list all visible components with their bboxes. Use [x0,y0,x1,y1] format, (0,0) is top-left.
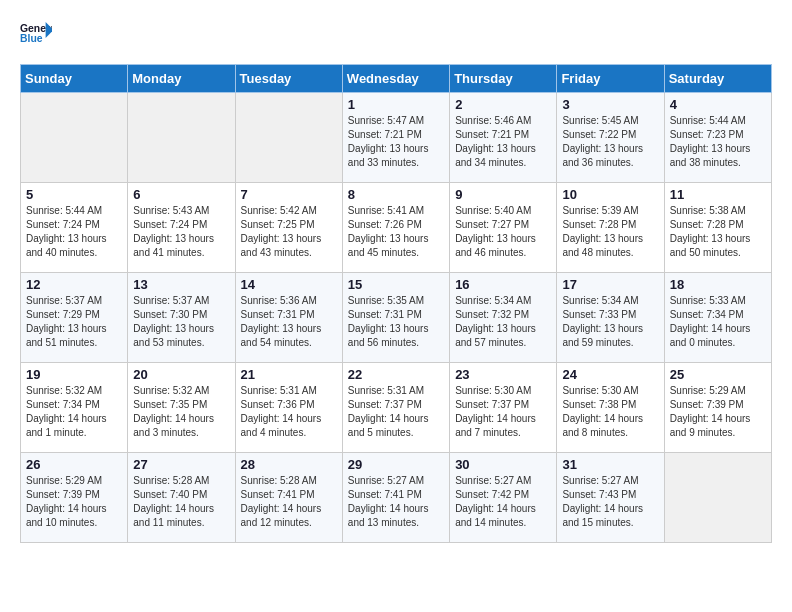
cell-info: Sunrise: 5:31 AM Sunset: 7:37 PM Dayligh… [348,384,444,440]
cell-info: Sunrise: 5:31 AM Sunset: 7:36 PM Dayligh… [241,384,337,440]
calendar-cell: 13Sunrise: 5:37 AM Sunset: 7:30 PM Dayli… [128,273,235,363]
day-header-sunday: Sunday [21,65,128,93]
day-number: 2 [455,97,551,112]
day-header-saturday: Saturday [664,65,771,93]
cell-info: Sunrise: 5:41 AM Sunset: 7:26 PM Dayligh… [348,204,444,260]
day-number: 27 [133,457,229,472]
cell-info: Sunrise: 5:28 AM Sunset: 7:40 PM Dayligh… [133,474,229,530]
cell-info: Sunrise: 5:45 AM Sunset: 7:22 PM Dayligh… [562,114,658,170]
calendar-week-row: 19Sunrise: 5:32 AM Sunset: 7:34 PM Dayli… [21,363,772,453]
day-header-tuesday: Tuesday [235,65,342,93]
cell-info: Sunrise: 5:38 AM Sunset: 7:28 PM Dayligh… [670,204,766,260]
cell-info: Sunrise: 5:32 AM Sunset: 7:34 PM Dayligh… [26,384,122,440]
cell-info: Sunrise: 5:36 AM Sunset: 7:31 PM Dayligh… [241,294,337,350]
calendar-cell: 1Sunrise: 5:47 AM Sunset: 7:21 PM Daylig… [342,93,449,183]
calendar-cell: 4Sunrise: 5:44 AM Sunset: 7:23 PM Daylig… [664,93,771,183]
calendar-cell: 28Sunrise: 5:28 AM Sunset: 7:41 PM Dayli… [235,453,342,543]
calendar-cell: 14Sunrise: 5:36 AM Sunset: 7:31 PM Dayli… [235,273,342,363]
cell-info: Sunrise: 5:34 AM Sunset: 7:33 PM Dayligh… [562,294,658,350]
cell-info: Sunrise: 5:43 AM Sunset: 7:24 PM Dayligh… [133,204,229,260]
cell-info: Sunrise: 5:37 AM Sunset: 7:30 PM Dayligh… [133,294,229,350]
calendar-cell: 25Sunrise: 5:29 AM Sunset: 7:39 PM Dayli… [664,363,771,453]
calendar-cell [128,93,235,183]
cell-info: Sunrise: 5:30 AM Sunset: 7:38 PM Dayligh… [562,384,658,440]
calendar-header-row: SundayMondayTuesdayWednesdayThursdayFrid… [21,65,772,93]
day-number: 3 [562,97,658,112]
cell-info: Sunrise: 5:46 AM Sunset: 7:21 PM Dayligh… [455,114,551,170]
calendar-cell [21,93,128,183]
calendar-table: SundayMondayTuesdayWednesdayThursdayFrid… [20,64,772,543]
calendar-body: 1Sunrise: 5:47 AM Sunset: 7:21 PM Daylig… [21,93,772,543]
cell-info: Sunrise: 5:37 AM Sunset: 7:29 PM Dayligh… [26,294,122,350]
cell-info: Sunrise: 5:47 AM Sunset: 7:21 PM Dayligh… [348,114,444,170]
calendar-cell: 29Sunrise: 5:27 AM Sunset: 7:41 PM Dayli… [342,453,449,543]
svg-text:Blue: Blue [20,33,43,44]
calendar-cell: 7Sunrise: 5:42 AM Sunset: 7:25 PM Daylig… [235,183,342,273]
day-number: 20 [133,367,229,382]
day-number: 15 [348,277,444,292]
calendar-cell: 30Sunrise: 5:27 AM Sunset: 7:42 PM Dayli… [450,453,557,543]
day-number: 19 [26,367,122,382]
day-header-wednesday: Wednesday [342,65,449,93]
day-number: 9 [455,187,551,202]
calendar-cell: 5Sunrise: 5:44 AM Sunset: 7:24 PM Daylig… [21,183,128,273]
cell-info: Sunrise: 5:40 AM Sunset: 7:27 PM Dayligh… [455,204,551,260]
calendar-cell: 18Sunrise: 5:33 AM Sunset: 7:34 PM Dayli… [664,273,771,363]
day-number: 13 [133,277,229,292]
day-number: 17 [562,277,658,292]
day-number: 26 [26,457,122,472]
day-number: 12 [26,277,122,292]
page-header: General Blue [20,20,772,48]
calendar-cell [664,453,771,543]
day-number: 1 [348,97,444,112]
cell-info: Sunrise: 5:32 AM Sunset: 7:35 PM Dayligh… [133,384,229,440]
cell-info: Sunrise: 5:42 AM Sunset: 7:25 PM Dayligh… [241,204,337,260]
day-number: 5 [26,187,122,202]
day-number: 23 [455,367,551,382]
calendar-cell: 6Sunrise: 5:43 AM Sunset: 7:24 PM Daylig… [128,183,235,273]
cell-info: Sunrise: 5:44 AM Sunset: 7:24 PM Dayligh… [26,204,122,260]
cell-info: Sunrise: 5:27 AM Sunset: 7:41 PM Dayligh… [348,474,444,530]
calendar-cell: 22Sunrise: 5:31 AM Sunset: 7:37 PM Dayli… [342,363,449,453]
day-number: 11 [670,187,766,202]
day-number: 30 [455,457,551,472]
calendar-cell: 2Sunrise: 5:46 AM Sunset: 7:21 PM Daylig… [450,93,557,183]
calendar-cell: 31Sunrise: 5:27 AM Sunset: 7:43 PM Dayli… [557,453,664,543]
day-number: 7 [241,187,337,202]
calendar-cell: 23Sunrise: 5:30 AM Sunset: 7:37 PM Dayli… [450,363,557,453]
cell-info: Sunrise: 5:29 AM Sunset: 7:39 PM Dayligh… [26,474,122,530]
calendar-week-row: 5Sunrise: 5:44 AM Sunset: 7:24 PM Daylig… [21,183,772,273]
day-number: 24 [562,367,658,382]
cell-info: Sunrise: 5:39 AM Sunset: 7:28 PM Dayligh… [562,204,658,260]
cell-info: Sunrise: 5:30 AM Sunset: 7:37 PM Dayligh… [455,384,551,440]
calendar-week-row: 12Sunrise: 5:37 AM Sunset: 7:29 PM Dayli… [21,273,772,363]
cell-info: Sunrise: 5:27 AM Sunset: 7:42 PM Dayligh… [455,474,551,530]
calendar-cell: 8Sunrise: 5:41 AM Sunset: 7:26 PM Daylig… [342,183,449,273]
logo-icon: General Blue [20,20,52,48]
day-number: 14 [241,277,337,292]
day-number: 10 [562,187,658,202]
calendar-cell: 16Sunrise: 5:34 AM Sunset: 7:32 PM Dayli… [450,273,557,363]
day-header-thursday: Thursday [450,65,557,93]
day-number: 6 [133,187,229,202]
cell-info: Sunrise: 5:34 AM Sunset: 7:32 PM Dayligh… [455,294,551,350]
day-number: 16 [455,277,551,292]
logo: General Blue [20,20,52,48]
day-number: 18 [670,277,766,292]
cell-info: Sunrise: 5:35 AM Sunset: 7:31 PM Dayligh… [348,294,444,350]
day-number: 31 [562,457,658,472]
cell-info: Sunrise: 5:44 AM Sunset: 7:23 PM Dayligh… [670,114,766,170]
calendar-week-row: 1Sunrise: 5:47 AM Sunset: 7:21 PM Daylig… [21,93,772,183]
calendar-cell: 3Sunrise: 5:45 AM Sunset: 7:22 PM Daylig… [557,93,664,183]
cell-info: Sunrise: 5:29 AM Sunset: 7:39 PM Dayligh… [670,384,766,440]
day-number: 22 [348,367,444,382]
calendar-cell: 26Sunrise: 5:29 AM Sunset: 7:39 PM Dayli… [21,453,128,543]
day-header-friday: Friday [557,65,664,93]
cell-info: Sunrise: 5:28 AM Sunset: 7:41 PM Dayligh… [241,474,337,530]
calendar-cell: 10Sunrise: 5:39 AM Sunset: 7:28 PM Dayli… [557,183,664,273]
calendar-cell: 19Sunrise: 5:32 AM Sunset: 7:34 PM Dayli… [21,363,128,453]
calendar-cell: 12Sunrise: 5:37 AM Sunset: 7:29 PM Dayli… [21,273,128,363]
calendar-cell: 17Sunrise: 5:34 AM Sunset: 7:33 PM Dayli… [557,273,664,363]
calendar-cell: 21Sunrise: 5:31 AM Sunset: 7:36 PM Dayli… [235,363,342,453]
day-number: 25 [670,367,766,382]
